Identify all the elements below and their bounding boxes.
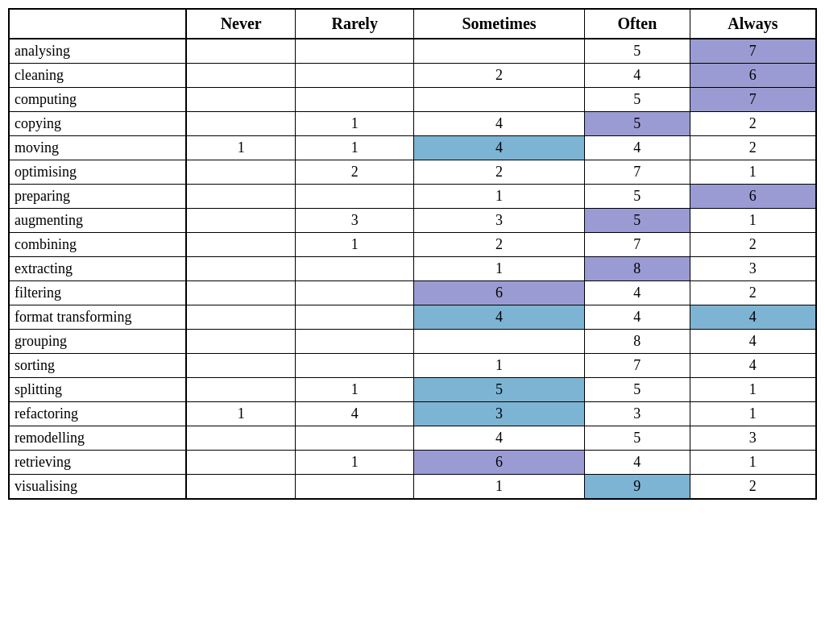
frequency-table: Never Rarely Sometimes Often Always anal…	[8, 8, 817, 500]
cell-sometimes: 3	[414, 209, 585, 233]
cell-always: 2	[690, 475, 816, 500]
row-label: cleaning	[9, 64, 186, 88]
table-row: augmenting3351	[9, 209, 816, 233]
header-always: Always	[690, 9, 816, 39]
cell-never: 1	[186, 402, 296, 426]
cell-never	[186, 305, 296, 330]
cell-sometimes: 1	[414, 185, 585, 209]
cell-always: 2	[690, 281, 816, 305]
cell-rarely	[296, 330, 414, 354]
cell-always: 4	[690, 354, 816, 378]
row-label: analysing	[9, 39, 186, 64]
cell-rarely: 1	[296, 378, 414, 402]
table-row: cleaning246	[9, 64, 816, 88]
cell-sometimes: 1	[414, 257, 585, 281]
cell-often: 4	[584, 305, 690, 330]
row-label: computing	[9, 88, 186, 112]
table-row: retrieving1641	[9, 451, 816, 475]
cell-never	[186, 281, 296, 305]
cell-often: 8	[584, 330, 690, 354]
cell-often: 7	[584, 354, 690, 378]
table-row: analysing57	[9, 39, 816, 64]
row-label: retrieving	[9, 451, 186, 475]
cell-always: 1	[690, 160, 816, 185]
cell-always: 2	[690, 233, 816, 257]
row-label: format transforming	[9, 305, 186, 330]
cell-never	[186, 354, 296, 378]
cell-sometimes: 4	[414, 112, 585, 136]
cell-never	[186, 451, 296, 475]
cell-never	[186, 330, 296, 354]
cell-sometimes: 1	[414, 475, 585, 500]
cell-sometimes: 2	[414, 160, 585, 185]
cell-always: 7	[690, 88, 816, 112]
cell-often: 4	[584, 281, 690, 305]
row-label: preparing	[9, 185, 186, 209]
row-label: augmenting	[9, 209, 186, 233]
cell-often: 8	[584, 257, 690, 281]
cell-sometimes: 5	[414, 378, 585, 402]
cell-often: 5	[584, 185, 690, 209]
cell-never	[186, 209, 296, 233]
cell-never	[186, 426, 296, 451]
cell-sometimes	[414, 330, 585, 354]
cell-often: 5	[584, 39, 690, 64]
table-row: filtering642	[9, 281, 816, 305]
cell-often: 7	[584, 233, 690, 257]
cell-rarely: 3	[296, 209, 414, 233]
cell-rarely	[296, 64, 414, 88]
cell-sometimes: 6	[414, 281, 585, 305]
cell-always: 3	[690, 426, 816, 451]
table-row: remodelling453	[9, 426, 816, 451]
cell-often: 3	[584, 402, 690, 426]
cell-rarely	[296, 39, 414, 64]
cell-rarely	[296, 88, 414, 112]
cell-rarely: 2	[296, 160, 414, 185]
cell-never	[186, 185, 296, 209]
table-row: format transforming444	[9, 305, 816, 330]
table-row: preparing156	[9, 185, 816, 209]
cell-always: 1	[690, 209, 816, 233]
row-label: extracting	[9, 257, 186, 281]
row-label: grouping	[9, 330, 186, 354]
cell-rarely	[296, 281, 414, 305]
cell-always: 1	[690, 378, 816, 402]
cell-never	[186, 257, 296, 281]
cell-often: 5	[584, 209, 690, 233]
cell-sometimes: 3	[414, 402, 585, 426]
table-row: extracting183	[9, 257, 816, 281]
cell-often: 9	[584, 475, 690, 500]
cell-never	[186, 64, 296, 88]
row-label: moving	[9, 136, 186, 160]
table-container: Never Rarely Sometimes Often Always anal…	[8, 8, 817, 500]
cell-sometimes: 4	[414, 136, 585, 160]
cell-always: 2	[690, 136, 816, 160]
cell-never	[186, 233, 296, 257]
cell-often: 5	[584, 112, 690, 136]
cell-always: 7	[690, 39, 816, 64]
header-rarely: Rarely	[296, 9, 414, 39]
header-often: Often	[584, 9, 690, 39]
cell-rarely: 1	[296, 112, 414, 136]
cell-often: 5	[584, 378, 690, 402]
cell-rarely	[296, 257, 414, 281]
cell-never	[186, 39, 296, 64]
cell-often: 5	[584, 88, 690, 112]
row-label: visualising	[9, 475, 186, 500]
cell-never: 1	[186, 136, 296, 160]
cell-always: 1	[690, 402, 816, 426]
row-label: filtering	[9, 281, 186, 305]
cell-sometimes: 2	[414, 233, 585, 257]
cell-rarely: 1	[296, 451, 414, 475]
cell-rarely	[296, 305, 414, 330]
cell-often: 4	[584, 451, 690, 475]
table-row: copying1452	[9, 112, 816, 136]
cell-rarely	[296, 426, 414, 451]
cell-rarely: 4	[296, 402, 414, 426]
cell-sometimes	[414, 88, 585, 112]
row-label: refactoring	[9, 402, 186, 426]
cell-rarely: 1	[296, 233, 414, 257]
cell-rarely	[296, 354, 414, 378]
cell-never	[186, 112, 296, 136]
cell-sometimes: 6	[414, 451, 585, 475]
